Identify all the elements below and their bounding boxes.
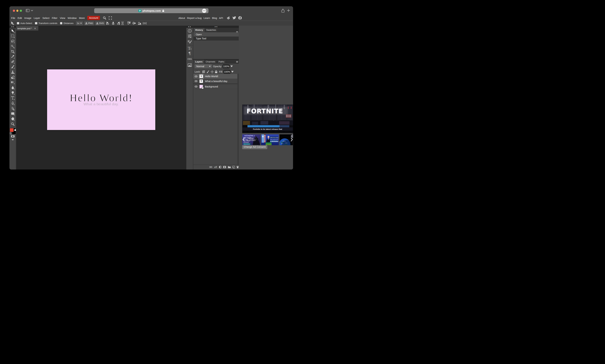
document-tab[interactable]: template.psd * ✕ [16, 26, 38, 31]
tool-rectangle[interactable] [11, 111, 15, 116]
align-center-h-icon[interactable] [112, 22, 115, 25]
tool-clone-stamp[interactable] [11, 70, 15, 74]
page-menu-button[interactable] [202, 9, 206, 13]
auto-select-checkbox[interactable] [17, 22, 19, 25]
tool-lasso[interactable] [11, 39, 15, 43]
layer-thumbnail-background[interactable] [200, 85, 203, 88]
tool-blur[interactable] [11, 85, 15, 90]
distribute-v-icon[interactable] [143, 22, 146, 25]
reddit-icon[interactable] [227, 16, 230, 20]
share-icon[interactable] [281, 9, 285, 13]
menu-filter[interactable]: Filter [52, 16, 57, 19]
tool-marquee[interactable] [11, 34, 15, 38]
opacity-value[interactable]: 100% [222, 64, 230, 68]
info-panel-icon[interactable] [188, 29, 192, 33]
fill-value[interactable]: 100% [223, 70, 231, 74]
panel-strip-collapse[interactable]: < > [186, 26, 193, 28]
opacity-slider-arrow[interactable] [231, 65, 233, 67]
menu-more[interactable]: More [79, 16, 85, 19]
fill-slider-arrow[interactable] [231, 71, 234, 73]
tool-hand[interactable] [11, 117, 15, 121]
align-center-v-icon[interactable] [132, 22, 136, 25]
layer-name[interactable]: Background [205, 85, 218, 88]
tool-eyedropper[interactable] [11, 54, 15, 59]
tab-history[interactable]: History [194, 28, 205, 32]
layer-effects-button[interactable]: eff [214, 166, 217, 169]
history-panel-collapse[interactable]: > < [193, 26, 239, 28]
tool-dodge[interactable] [11, 91, 15, 95]
menu-file[interactable]: File [11, 16, 15, 19]
layer-visibility-icon[interactable] [194, 75, 198, 78]
close-button[interactable] [13, 10, 15, 12]
layer-mask-icon[interactable] [223, 166, 226, 168]
ad-video[interactable]: FORTNITE FORTNITE Fortnite in its l [242, 104, 293, 133]
align-top-icon[interactable] [127, 22, 131, 25]
menu-image[interactable]: Image [24, 16, 31, 19]
history-step-type-tool[interactable]: Type Tool [194, 37, 239, 40]
image-panel-icon[interactable] [188, 64, 192, 67]
link-layers-icon[interactable] [209, 166, 212, 168]
link-blog[interactable]: Blog [212, 16, 217, 19]
history-step-open[interactable]: Open [194, 32, 239, 36]
brush-settings-panel-icon[interactable] [188, 40, 192, 44]
tool-pen[interactable] [11, 101, 15, 105]
adjustments-panel-icon[interactable] [188, 34, 192, 38]
tab-paths[interactable]: Paths [217, 60, 226, 64]
menu-view[interactable]: View [60, 16, 65, 19]
tool-brush[interactable] [11, 65, 15, 69]
zoom-button[interactable] [20, 10, 22, 12]
lock-position-icon[interactable] [210, 70, 214, 73]
export-png-button[interactable]: PNG [84, 21, 94, 25]
change-ad-consent-button[interactable]: Change Ad Consent [242, 145, 267, 149]
document-canvas[interactable]: Hello World! What a beautiful day. [47, 69, 155, 130]
link-report-a-bug[interactable]: Report a bug [187, 16, 202, 19]
tool-type[interactable] [11, 96, 15, 100]
foreground-color-swatch[interactable] [10, 128, 13, 132]
tool-gradient[interactable] [11, 80, 15, 84]
tool-path-select[interactable] [11, 106, 15, 110]
twitter-icon[interactable] [232, 16, 236, 20]
ad-thumb-biden[interactable]: White House Says Biden Intends to Run In… [261, 134, 279, 145]
new-layer-icon[interactable] [232, 166, 235, 169]
layer-row-hello-world[interactable]: T Hello World! [193, 74, 237, 79]
tool-spot-heal[interactable] [11, 60, 15, 64]
transform-controls-checkbox[interactable] [35, 22, 37, 25]
layer-name[interactable]: Hello World! [205, 75, 218, 78]
link-api[interactable]: API [219, 16, 223, 19]
sidebar-chevron-icon[interactable] [31, 10, 33, 11]
pixel-ratio-dropdown[interactable]: 1x [76, 21, 83, 25]
new-tab-icon[interactable] [287, 9, 290, 12]
character-panel-icon[interactable]: Tt [188, 46, 192, 51]
export-svg-button[interactable]: SVG [95, 21, 105, 25]
link-about[interactable]: About [179, 16, 185, 19]
color-swatches[interactable] [10, 128, 16, 136]
align-left-icon[interactable] [106, 22, 110, 25]
tool-move[interactable] [10, 28, 15, 33]
menu-select[interactable]: Select [42, 16, 50, 19]
fullscreen-icon[interactable] [109, 16, 112, 20]
tab-layers[interactable]: Layers [194, 60, 204, 64]
sidebar-toggle-icon[interactable] [26, 9, 29, 12]
tab-channels[interactable]: Channels [204, 60, 217, 64]
account-button[interactable]: Account [87, 16, 100, 20]
distances-checkbox[interactable] [60, 22, 63, 25]
menu-window[interactable]: Window [68, 16, 77, 19]
layer-visibility-icon[interactable] [194, 80, 198, 82]
search-icon[interactable] [103, 16, 106, 20]
toolbar-collapse[interactable]: > < [10, 26, 16, 28]
link-learn[interactable]: Learn [204, 16, 210, 19]
quick-mask-button[interactable] [11, 135, 14, 137]
toolbar-more-button[interactable] [12, 139, 13, 140]
layer-visibility-icon[interactable] [194, 85, 198, 88]
layers-panel-menu-icon[interactable] [236, 61, 238, 63]
distribute-h-icon[interactable] [121, 22, 124, 25]
blend-mode-select[interactable]: Normal [195, 64, 212, 68]
carousel-next-icon[interactable] [291, 138, 293, 142]
lock-all-icon[interactable] [215, 70, 218, 73]
align-bottom-icon[interactable] [138, 22, 141, 25]
lock-transparency-icon[interactable] [202, 70, 205, 73]
layer-thumbnail-text[interactable]: T [200, 79, 203, 83]
canvas-area[interactable]: Hello World! What a beautiful day. [16, 31, 186, 169]
tool-crop[interactable] [11, 50, 15, 53]
layer-thumbnail-text[interactable]: T [200, 75, 203, 78]
